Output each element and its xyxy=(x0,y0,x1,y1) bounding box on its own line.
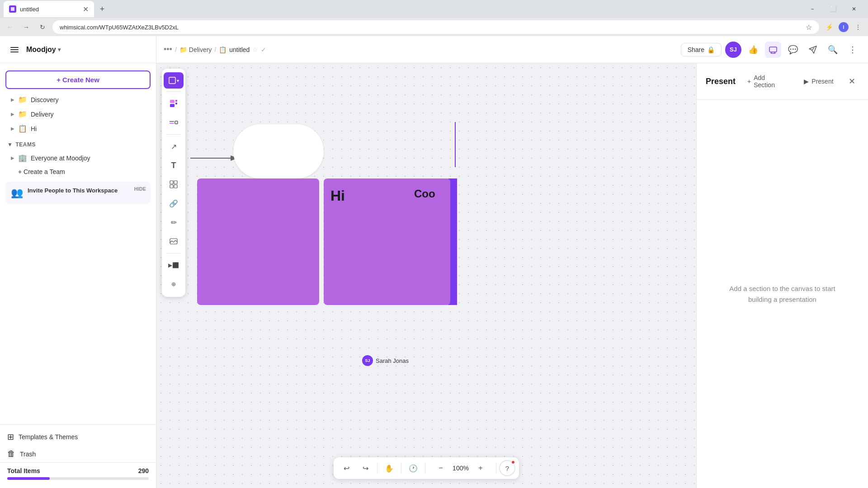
active-tab[interactable]: untitled ✕ xyxy=(4,1,94,17)
sidebar-item-delivery[interactable]: ▶ 📁 Delivery xyxy=(4,107,152,121)
search-button[interactable]: 🔍 xyxy=(825,42,841,58)
question-mark-icon: ? xyxy=(505,465,509,472)
trash-label: Trash xyxy=(20,450,36,458)
arrow-tool[interactable]: ↗ xyxy=(164,137,184,155)
shapes-tool[interactable] xyxy=(164,113,184,131)
breadcrumb: ••• / 📁 Delivery / 📋 untitled ☆ ✓ xyxy=(164,45,675,54)
zoom-control: − 100% + xyxy=(428,459,493,477)
link-tool[interactable]: 🔗 xyxy=(164,194,184,212)
close-button[interactable]: ✕ xyxy=(844,2,864,16)
frame-tool-selector[interactable]: ▾ xyxy=(164,72,184,89)
toolbar-divider xyxy=(401,463,401,474)
total-items-label: Total Items 290 xyxy=(7,467,149,474)
sidebar-item-everyone[interactable]: ▶ 🏢 Everyone at Moodjoy xyxy=(4,151,152,165)
minimize-button[interactable]: − xyxy=(802,2,823,16)
user-badge-avatar: SJ xyxy=(362,355,373,366)
extension-icon[interactable]: ⚡ xyxy=(823,21,835,33)
hi-text-element: Hi xyxy=(330,188,345,204)
sidebar-item-label: Delivery xyxy=(31,111,54,118)
tool-divider xyxy=(166,253,181,253)
workspace-name[interactable]: Moodjoy ▾ xyxy=(26,46,61,54)
user-avatar[interactable]: SJ xyxy=(725,42,741,58)
breadcrumb-folder-name: Delivery xyxy=(189,46,212,53)
chevron-right-icon: ▶ xyxy=(11,112,14,117)
bookmark-icon: ☆ xyxy=(806,23,812,32)
teams-section-header[interactable]: ▼ TEAMS xyxy=(0,136,156,150)
text-tool[interactable]: T xyxy=(164,156,184,174)
templates-button[interactable]: ⊞ Templates & Themes xyxy=(0,428,156,446)
star-icon[interactable]: ☆ xyxy=(252,46,258,53)
undo-button[interactable]: ↩ xyxy=(337,459,355,477)
hide-button[interactable]: HIDE xyxy=(134,186,146,192)
svg-rect-13 xyxy=(170,121,174,122)
address-text: whimsical.com/WTpU65WZAtXeZ3LBv5D2xL xyxy=(60,24,802,31)
present-button[interactable]: ▶ Present xyxy=(797,74,840,89)
send-button[interactable] xyxy=(805,42,821,58)
hand-tool-button[interactable]: ✋ xyxy=(380,459,398,477)
present-panel-header: Present + Add Section ▶ Present ✕ xyxy=(697,63,868,100)
tab-title: untitled xyxy=(20,6,79,13)
close-panel-button[interactable]: ✕ xyxy=(845,74,859,89)
more-button[interactable]: ••• xyxy=(164,45,172,54)
menu-button[interactable] xyxy=(7,42,22,57)
zoom-in-button[interactable]: + xyxy=(472,459,490,477)
profile-icon[interactable]: I xyxy=(837,21,850,33)
more-options-icon[interactable]: ⋮ xyxy=(852,21,864,33)
breadcrumb-separator: / xyxy=(175,46,177,53)
chevron-right-icon: ▶ xyxy=(11,155,14,160)
new-tab-button[interactable]: + xyxy=(96,3,108,15)
trash-button[interactable]: 🗑 Trash xyxy=(0,446,156,462)
chevron-down-icon: ▾ xyxy=(177,78,179,83)
plus-icon: + xyxy=(747,78,751,85)
add-tools-button[interactable]: ⊕ xyxy=(164,275,184,293)
pen-tool[interactable]: ✏ xyxy=(164,213,184,231)
storage-progress-fill xyxy=(7,477,50,480)
header-actions: Share 🔒 SJ 👍 💬 🔍 ⋮ xyxy=(681,42,861,58)
present-panel-title: Present xyxy=(706,77,736,86)
sidebar-item-label: Everyone at Moodjoy xyxy=(31,155,90,162)
sticky-note-tool[interactable] xyxy=(164,94,184,113)
storage-progress-bar xyxy=(7,477,149,480)
address-bar[interactable]: whimsical.com/WTpU65WZAtXeZ3LBv5D2xL ☆ xyxy=(52,20,819,34)
comments-button[interactable]: 💬 xyxy=(785,42,801,58)
share-button[interactable]: Share 🔒 xyxy=(681,43,722,56)
maximize-button[interactable]: ⬜ xyxy=(823,2,844,16)
redo-button[interactable]: ↪ xyxy=(356,459,374,477)
sidebar-footer: ⊞ Templates & Themes 🗑 Trash Total Items… xyxy=(0,424,156,488)
more-tools-button[interactable]: ▶⬛ xyxy=(164,256,184,274)
tab-bar: untitled ✕ + − ⬜ ✕ xyxy=(0,0,868,18)
help-button[interactable]: ? xyxy=(499,460,515,476)
create-new-button[interactable]: + Create New xyxy=(5,70,151,89)
canvas-area[interactable]: ▾ xyxy=(156,63,696,488)
history-button[interactable]: 🕐 xyxy=(404,459,422,477)
more-options-button[interactable]: ⋮ xyxy=(844,42,861,58)
tab-favicon xyxy=(9,5,16,13)
chevron-right-icon: ▶ xyxy=(11,97,14,102)
sidebar-header: Moodjoy ▾ xyxy=(0,36,156,63)
like-button[interactable]: 👍 xyxy=(745,42,761,58)
grid-tool[interactable] xyxy=(164,175,184,193)
forward-button[interactable]: → xyxy=(20,21,33,33)
tab-close-button[interactable]: ✕ xyxy=(83,5,89,14)
present-mode-button[interactable] xyxy=(765,42,781,58)
refresh-button[interactable]: ↻ xyxy=(36,21,49,33)
back-button[interactable]: ← xyxy=(4,21,16,33)
svg-rect-0 xyxy=(10,47,19,48)
lock-icon: 🔒 xyxy=(707,46,715,53)
zoom-out-button[interactable]: − xyxy=(432,459,450,477)
sidebar-item-discovery[interactable]: ▶ 📁 Discovery xyxy=(4,93,152,107)
breadcrumb-folder-delivery[interactable]: 📁 Delivery xyxy=(179,46,212,53)
tool-divider xyxy=(166,91,181,92)
add-section-label: Add Section xyxy=(754,74,786,89)
create-team-button[interactable]: + Create a Team xyxy=(4,165,152,178)
invite-panel: 👥 Invite People to This Workspace HIDE xyxy=(5,182,151,204)
browser-chrome: untitled ✕ + − ⬜ ✕ ← → ↻ whimsical.com/W… xyxy=(0,0,868,36)
breadcrumb-current-doc: 📋 untitled ☆ ✓ xyxy=(219,46,266,53)
svg-rect-19 xyxy=(174,185,177,188)
purple-rectangle-1 xyxy=(197,178,319,305)
image-tool[interactable] xyxy=(164,232,184,250)
add-section-button[interactable]: + Add Section xyxy=(741,70,792,92)
sidebar-content: + Create New ▶ 📁 Discovery ▶ 📁 Delivery … xyxy=(0,63,156,424)
canvas-background: ▾ xyxy=(156,63,696,488)
sidebar-item-hi[interactable]: ▶ 📋 Hi xyxy=(4,122,152,136)
